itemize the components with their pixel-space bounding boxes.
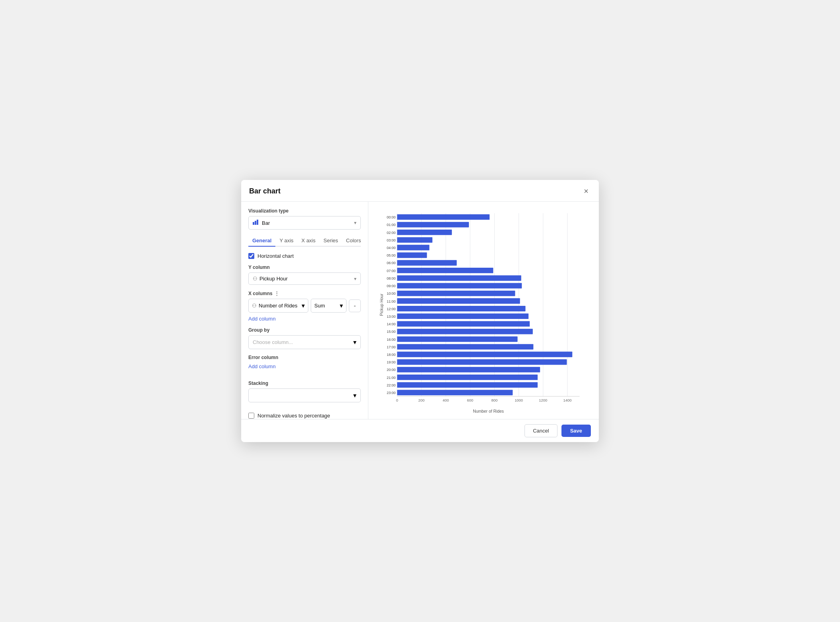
- tab-general[interactable]: General: [248, 235, 275, 247]
- y-column-type-icon: ⚇: [253, 276, 257, 282]
- svg-rect-34: [397, 260, 457, 266]
- y-column-label: Y column: [248, 265, 361, 270]
- svg-rect-44: [397, 298, 520, 304]
- svg-rect-26: [397, 230, 452, 235]
- save-button[interactable]: Save: [561, 425, 591, 437]
- svg-rect-2: [257, 220, 258, 225]
- svg-rect-64: [397, 375, 538, 380]
- svg-text:0: 0: [396, 398, 398, 402]
- svg-rect-24: [397, 222, 469, 228]
- svg-rect-62: [397, 367, 540, 373]
- add-x-column-link[interactable]: Add column: [248, 316, 361, 322]
- error-column-section: Error column Add column: [248, 355, 361, 375]
- add-error-column-link[interactable]: Add column: [248, 363, 276, 369]
- remove-x-column-button[interactable]: -: [349, 299, 361, 312]
- group-by-section: Group by Choose column... ▾: [248, 327, 361, 349]
- group-by-select[interactable]: Choose column... ▾: [248, 335, 361, 349]
- svg-rect-30: [397, 245, 429, 250]
- svg-rect-56: [397, 344, 533, 350]
- tab-yaxis[interactable]: Y axis: [275, 235, 297, 247]
- svg-rect-52: [397, 329, 532, 334]
- x-agg-select[interactable]: Sum ▾: [311, 299, 346, 313]
- bar-chart-icon: [253, 219, 259, 226]
- svg-text:12:00: 12:00: [387, 307, 395, 311]
- svg-text:18:00: 18:00: [387, 353, 395, 357]
- stacking-select[interactable]: ▾: [248, 388, 361, 402]
- svg-text:02:00: 02:00: [387, 231, 395, 235]
- svg-rect-28: [397, 237, 432, 243]
- svg-text:08:00: 08:00: [387, 276, 395, 280]
- svg-text:10:00: 10:00: [387, 292, 395, 296]
- tab-colors[interactable]: Colors: [342, 235, 365, 247]
- svg-rect-54: [397, 336, 517, 342]
- svg-text:19:00: 19:00: [387, 360, 395, 364]
- svg-text:13:00: 13:00: [387, 315, 395, 319]
- viz-type-chevron-icon: ▾: [354, 220, 356, 226]
- svg-text:400: 400: [443, 398, 449, 402]
- left-panel: Visualization type Bar ▾ General Y axis …: [241, 202, 368, 419]
- svg-rect-60: [397, 359, 567, 365]
- tab-xaxis[interactable]: X axis: [298, 235, 319, 247]
- svg-text:00:00: 00:00: [387, 215, 395, 219]
- cancel-button[interactable]: Cancel: [525, 424, 557, 437]
- horizontal-chart-row: Horizontal chart: [248, 253, 361, 259]
- svg-rect-40: [397, 283, 522, 288]
- right-panel: Pickup HourNumber of Rides02004006008001…: [368, 202, 599, 419]
- svg-text:Pickup Hour: Pickup Hour: [379, 294, 384, 316]
- tab-series[interactable]: Series: [319, 235, 342, 247]
- svg-rect-42: [397, 291, 515, 296]
- modal-footer: Cancel Save: [241, 419, 599, 442]
- y-column-chevron-icon: ▾: [354, 276, 356, 282]
- settings-tabs: General Y axis X axis Series Colors Dat …: [248, 235, 361, 247]
- viz-type-select[interactable]: Bar ▾: [248, 216, 361, 230]
- normalize-row: Normalize values to percentage: [248, 413, 361, 419]
- svg-rect-50: [397, 321, 530, 327]
- x-column-type-icon: ⚇: [252, 303, 257, 309]
- svg-text:Number of Rides: Number of Rides: [473, 409, 504, 413]
- x-columns-label: X columns ⋮: [248, 290, 361, 296]
- modal-title: Bar chart: [249, 187, 281, 195]
- horizontal-chart-label: Horizontal chart: [257, 253, 294, 259]
- modal-header: Bar chart ×: [241, 180, 599, 202]
- y-column-select[interactable]: ⚇ Pickup Hour ▾: [248, 272, 361, 285]
- svg-text:01:00: 01:00: [387, 223, 395, 227]
- svg-rect-38: [397, 275, 521, 281]
- normalize-checkbox[interactable]: [248, 413, 254, 419]
- svg-rect-68: [397, 390, 513, 395]
- svg-rect-48: [397, 313, 528, 319]
- svg-text:21:00: 21:00: [387, 376, 395, 380]
- tab-dat[interactable]: Dat: [365, 235, 368, 247]
- stacking-chevron-icon: ▾: [353, 392, 356, 399]
- x-agg-chevron-icon: ▾: [340, 302, 343, 309]
- svg-text:14:00: 14:00: [387, 322, 395, 326]
- group-by-placeholder: Choose column...: [253, 339, 353, 345]
- svg-rect-1: [255, 221, 256, 225]
- horizontal-chart-checkbox[interactable]: [248, 253, 254, 259]
- svg-text:05:00: 05:00: [387, 253, 395, 257]
- svg-rect-32: [397, 253, 427, 258]
- svg-rect-46: [397, 306, 525, 311]
- svg-text:1200: 1200: [539, 398, 547, 402]
- viz-type-value: Bar: [262, 220, 354, 226]
- x-column-select[interactable]: ⚇ Number of Rides ▾: [248, 299, 308, 313]
- svg-text:06:00: 06:00: [387, 261, 395, 265]
- svg-text:200: 200: [418, 398, 425, 402]
- close-button[interactable]: ×: [581, 186, 591, 196]
- svg-text:07:00: 07:00: [387, 269, 395, 273]
- svg-text:800: 800: [492, 398, 498, 402]
- svg-text:03:00: 03:00: [387, 238, 395, 242]
- svg-text:1400: 1400: [563, 398, 572, 402]
- svg-rect-0: [253, 222, 254, 225]
- svg-text:09:00: 09:00: [387, 284, 395, 288]
- group-by-chevron-icon: ▾: [353, 338, 356, 346]
- x-column-row: ⚇ Number of Rides ▾ Sum ▾ -: [248, 299, 361, 313]
- viz-type-label: Visualization type: [248, 208, 361, 214]
- svg-text:23:00: 23:00: [387, 391, 395, 395]
- svg-rect-36: [397, 268, 493, 273]
- svg-rect-22: [397, 214, 490, 220]
- x-agg-value: Sum: [314, 303, 340, 309]
- x-col-dots-icon[interactable]: ⋮: [274, 290, 279, 296]
- bar-chart-svg: Pickup HourNumber of Rides02004006008001…: [372, 206, 592, 415]
- svg-text:20:00: 20:00: [387, 368, 395, 372]
- svg-text:22:00: 22:00: [387, 383, 395, 387]
